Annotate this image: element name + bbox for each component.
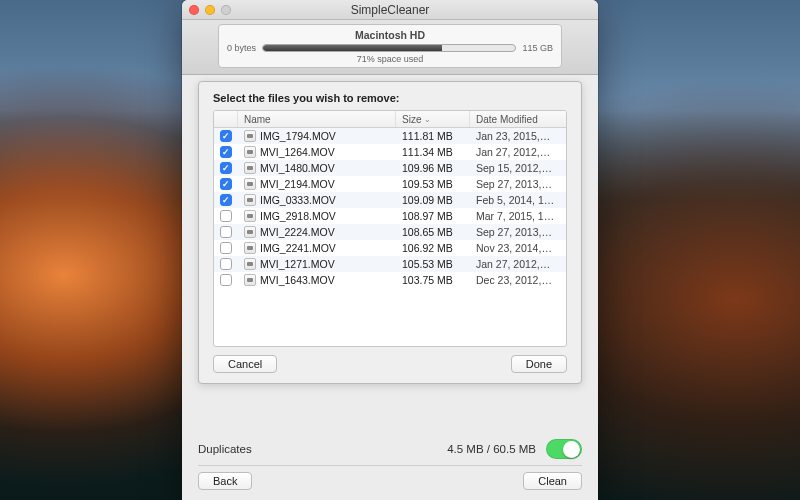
file-name: MVI_1264.MOV (260, 146, 335, 158)
table-row[interactable]: MVI_2194.MOV109.53 MBSep 27, 2013,… (214, 176, 566, 192)
col-date[interactable]: Date Modified (470, 111, 566, 127)
file-name: IMG_2241.MOV (260, 242, 336, 254)
content-area: Select the files you wish to remove: Nam… (182, 75, 598, 500)
traffic-lights (182, 5, 231, 15)
window-title: SimpleCleaner (182, 3, 598, 17)
table-row[interactable]: MVI_2224.MOV108.65 MBSep 27, 2013,… (214, 224, 566, 240)
col-size[interactable]: Size ⌄ (396, 111, 470, 127)
file-date: Jan 23, 2015,… (470, 130, 566, 142)
row-checkbox[interactable] (220, 194, 232, 206)
table-row[interactable]: MVI_1480.MOV109.96 MBSep 15, 2012,… (214, 160, 566, 176)
close-icon[interactable] (189, 5, 199, 15)
row-checkbox[interactable] (220, 146, 232, 158)
disk-usage-panel: Macintosh HD 0 bytes 115 GB 71% space us… (218, 24, 562, 68)
minimize-icon[interactable] (205, 5, 215, 15)
disk-usage-bar (262, 44, 516, 52)
file-date: Sep 27, 2013,… (470, 226, 566, 238)
table-row[interactable]: MVI_1271.MOV105.53 MBJan 27, 2012,… (214, 256, 566, 272)
titlebar: SimpleCleaner (182, 0, 598, 20)
file-name: IMG_2918.MOV (260, 210, 336, 222)
disk-name: Macintosh HD (227, 29, 553, 41)
file-size: 106.92 MB (396, 242, 470, 254)
duplicates-label: Duplicates (198, 443, 252, 455)
file-name: MVI_2224.MOV (260, 226, 335, 238)
file-size: 105.53 MB (396, 258, 470, 270)
movie-file-icon (244, 274, 256, 286)
table-row[interactable]: IMG_1794.MOV111.81 MBJan 23, 2015,… (214, 128, 566, 144)
back-button[interactable]: Back (198, 472, 252, 490)
table-row[interactable]: IMG_2918.MOV108.97 MBMar 7, 2015, 1… (214, 208, 566, 224)
movie-file-icon (244, 210, 256, 222)
table-row[interactable]: MVI_1643.MOV103.75 MBDec 23, 2012,… (214, 272, 566, 288)
file-size: 109.09 MB (396, 194, 470, 206)
movie-file-icon (244, 162, 256, 174)
disk-used-label: 0 bytes (227, 43, 256, 53)
movie-file-icon (244, 242, 256, 254)
row-checkbox[interactable] (220, 178, 232, 190)
row-checkbox[interactable] (220, 258, 232, 270)
file-date: Feb 5, 2014, 1… (470, 194, 566, 206)
sheet-heading: Select the files you wish to remove: (213, 92, 567, 104)
file-date: Dec 23, 2012,… (470, 274, 566, 286)
col-checkbox[interactable] (214, 111, 238, 127)
file-size: 103.75 MB (396, 274, 470, 286)
movie-file-icon (244, 130, 256, 142)
file-name: MVI_2194.MOV (260, 178, 335, 190)
file-table: Name Size ⌄ Date Modified IMG_1794.MOV11… (213, 110, 567, 347)
file-date: Sep 15, 2012,… (470, 162, 566, 174)
duplicates-row: Duplicates 4.5 MB / 60.5 MB (198, 439, 582, 459)
file-name: IMG_0333.MOV (260, 194, 336, 206)
row-checkbox[interactable] (220, 210, 232, 222)
file-size: 108.97 MB (396, 210, 470, 222)
table-row[interactable]: MVI_1264.MOV111.34 MBJan 27, 2012,… (214, 144, 566, 160)
file-date: Nov 23, 2014,… (470, 242, 566, 254)
row-checkbox[interactable] (220, 130, 232, 142)
row-checkbox[interactable] (220, 274, 232, 286)
col-name[interactable]: Name (238, 111, 396, 127)
file-date: Sep 27, 2013,… (470, 178, 566, 190)
disk-total-label: 115 GB (522, 43, 553, 53)
disk-usage-fill (263, 45, 442, 51)
movie-file-icon (244, 258, 256, 270)
file-name: MVI_1643.MOV (260, 274, 335, 286)
row-checkbox[interactable] (220, 242, 232, 254)
table-row[interactable]: IMG_0333.MOV109.09 MBFeb 5, 2014, 1… (214, 192, 566, 208)
table-body: IMG_1794.MOV111.81 MBJan 23, 2015,…MVI_1… (214, 128, 566, 346)
disk-pct-label: 71% space used (227, 54, 553, 64)
file-date: Mar 7, 2015, 1… (470, 210, 566, 222)
divider (198, 465, 582, 466)
movie-file-icon (244, 146, 256, 158)
table-row[interactable]: IMG_2241.MOV106.92 MBNov 23, 2014,… (214, 240, 566, 256)
toolbar: Macintosh HD 0 bytes 115 GB 71% space us… (182, 20, 598, 75)
file-size: 109.53 MB (396, 178, 470, 190)
file-selection-sheet: Select the files you wish to remove: Nam… (198, 81, 582, 384)
row-checkbox[interactable] (220, 226, 232, 238)
file-size: 108.65 MB (396, 226, 470, 238)
file-size: 111.81 MB (396, 130, 470, 142)
done-button[interactable]: Done (511, 355, 567, 373)
row-checkbox[interactable] (220, 162, 232, 174)
cancel-button[interactable]: Cancel (213, 355, 277, 373)
file-size: 109.96 MB (396, 162, 470, 174)
movie-file-icon (244, 226, 256, 238)
table-header: Name Size ⌄ Date Modified (214, 111, 566, 128)
sort-indicator-icon: ⌄ (424, 115, 431, 124)
zoom-icon[interactable] (221, 5, 231, 15)
duplicates-toggle[interactable] (546, 439, 582, 459)
file-name: MVI_1271.MOV (260, 258, 335, 270)
file-size: 111.34 MB (396, 146, 470, 158)
duplicates-stats: 4.5 MB / 60.5 MB (447, 443, 536, 455)
movie-file-icon (244, 194, 256, 206)
movie-file-icon (244, 178, 256, 190)
file-date: Jan 27, 2012,… (470, 258, 566, 270)
file-name: MVI_1480.MOV (260, 162, 335, 174)
file-date: Jan 27, 2012,… (470, 146, 566, 158)
file-name: IMG_1794.MOV (260, 130, 336, 142)
clean-button[interactable]: Clean (523, 472, 582, 490)
app-window: SimpleCleaner Macintosh HD 0 bytes 115 G… (182, 0, 598, 500)
